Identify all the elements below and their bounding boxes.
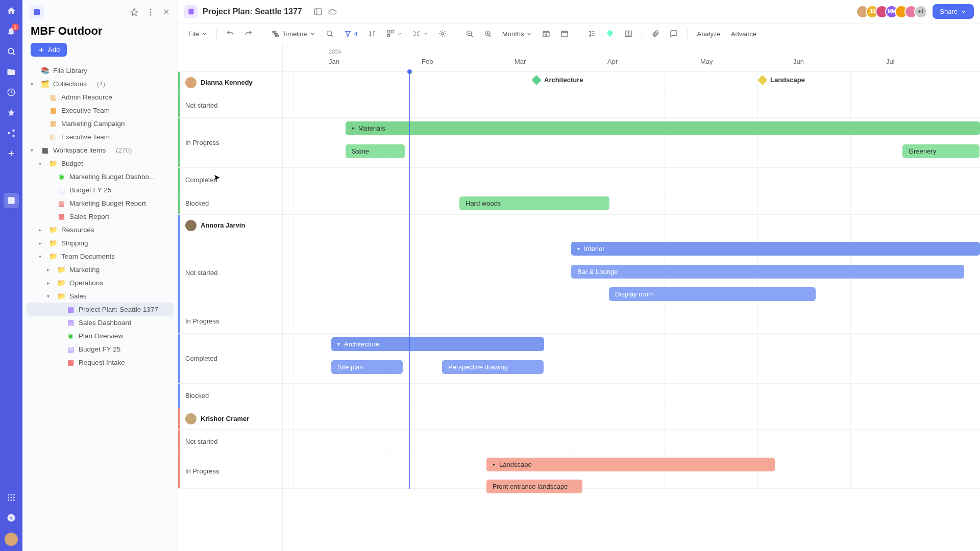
zoom-in-button[interactable] xyxy=(481,28,495,40)
add-button[interactable]: Add xyxy=(31,43,67,57)
star-outline-icon[interactable] xyxy=(130,8,139,17)
comment-button[interactable] xyxy=(667,28,681,40)
timeline-month: Jan xyxy=(329,58,339,65)
sidebar-item[interactable]: ▦Marketing Campaign xyxy=(27,117,174,130)
sidebar-collections[interactable]: ▾🗂️Collections (4) xyxy=(27,77,174,90)
view-mode-selector[interactable]: Timeline xyxy=(268,28,318,40)
user-avatar[interactable] xyxy=(5,533,18,546)
timeline-status-row[interactable]: Not started xyxy=(178,430,282,454)
search-button[interactable] xyxy=(323,28,337,40)
sidebar-item[interactable]: ▤Marketing Budget Report xyxy=(27,196,174,210)
sidebar-item[interactable]: ▤Budget FY 25 xyxy=(27,183,174,196)
timeline-status-row[interactable]: Completed xyxy=(178,168,282,192)
plus-icon[interactable] xyxy=(6,148,17,159)
sidebar-item[interactable]: ▤Request Intake xyxy=(27,356,174,369)
svg-point-13 xyxy=(11,499,12,501)
timeline-status-row[interactable]: Not started xyxy=(178,93,282,118)
sidebar-item-project-plan[interactable]: ▤Project Plan: Seattle 1377 xyxy=(27,303,174,316)
doc-icon: ▤ xyxy=(66,305,75,313)
sidebar-item[interactable]: ▤Sales Dashboard xyxy=(27,316,174,329)
settings-button[interactable] xyxy=(435,28,450,40)
attachment-button[interactable] xyxy=(648,28,663,40)
presence-avatars[interactable]: JSMM+1 xyxy=(860,5,927,18)
timeline-task-bar[interactable]: Site plan xyxy=(331,360,403,374)
sidebar-folder-budget[interactable]: ▾📁Budget xyxy=(27,157,174,170)
sidebar-item[interactable]: ◉Plan Overview xyxy=(27,329,174,342)
search-icon[interactable] xyxy=(6,46,17,57)
zoom-unit-selector[interactable]: Months xyxy=(499,28,535,40)
sidebar-item[interactable]: ▤Budget FY 25 xyxy=(27,342,174,356)
calendar-button[interactable] xyxy=(557,28,572,40)
help-icon[interactable]: ? xyxy=(6,512,17,523)
chevron-down-icon: ▾ xyxy=(577,246,580,252)
home-icon[interactable] xyxy=(6,5,17,16)
timeline-task-bar[interactable]: Perspective drawing xyxy=(442,360,544,374)
clock-icon[interactable] xyxy=(6,87,17,98)
timeline-task-bar[interactable]: Greenery xyxy=(902,144,979,158)
timeline-task-bar[interactable]: Bar & Lounge xyxy=(571,265,964,279)
sidebar-folder-team-documents[interactable]: ▾📁Team Documents xyxy=(27,249,174,263)
table-button[interactable] xyxy=(621,28,635,40)
timeline-status-row[interactable]: In Progress xyxy=(178,118,282,168)
timeline-status-row[interactable]: Completed xyxy=(178,334,282,384)
sidebar-workspace-items[interactable]: ▾▦Workspace items (270) xyxy=(27,143,174,157)
sidebar-item[interactable]: ▦Admin Resource xyxy=(27,90,174,104)
timeline-person-row[interactable]: Annora Jarvin xyxy=(178,215,282,236)
sidebar-folder-resources[interactable]: ▸📁Resources xyxy=(27,223,174,236)
timeline-status-row[interactable]: In Progress xyxy=(178,309,282,334)
diamond-icon xyxy=(757,75,768,85)
color-button[interactable] xyxy=(603,28,617,40)
workspace-logo[interactable] xyxy=(30,5,44,19)
bell-icon[interactable]: 2 xyxy=(6,26,17,37)
analyze-button[interactable]: Analyze xyxy=(694,28,723,40)
timeline-person-row[interactable]: Krishor Cramer xyxy=(178,408,282,430)
sidebar-item[interactable]: ▦Executive Team xyxy=(27,104,174,117)
timeline-task-bar[interactable]: Hard woods xyxy=(459,196,609,210)
redo-button[interactable] xyxy=(241,28,256,40)
sidebar-file-library[interactable]: 📚File Library xyxy=(27,64,174,77)
folder-icon[interactable] xyxy=(6,66,17,78)
sidebar-folder-shipping[interactable]: ▸📁Shipping xyxy=(27,236,174,249)
share-icon[interactable] xyxy=(6,128,17,139)
timeline-task-bar[interactable]: Front entrance landscape xyxy=(486,480,582,493)
row-height-button[interactable] xyxy=(584,28,599,40)
sidebar-folder-marketing[interactable]: ▸📁Marketing xyxy=(27,263,174,276)
today-button[interactable] xyxy=(539,28,553,40)
more-icon[interactable] xyxy=(146,8,155,17)
star-icon[interactable] xyxy=(6,107,17,118)
apps-icon[interactable] xyxy=(6,492,17,503)
sort-button[interactable] xyxy=(365,28,379,40)
timeline-task-bar[interactable]: Display room xyxy=(609,287,816,301)
timeline-task-bar[interactable]: Stone xyxy=(346,144,405,158)
sidebar-item[interactable]: ▤Sales Report xyxy=(27,210,174,223)
timeline-status-row[interactable]: Not started xyxy=(178,236,282,309)
group-button[interactable] xyxy=(383,28,405,40)
timeline-status-row[interactable]: Blocked xyxy=(178,384,282,408)
zoom-out-button[interactable] xyxy=(462,28,477,40)
milestone[interactable]: Landscape xyxy=(759,76,805,84)
tab-bar: Project Plan: Seattle 1377 JSMM+1 Share xyxy=(178,0,980,23)
timeline-group-bar[interactable]: ▾Materials xyxy=(346,121,980,135)
file-menu[interactable]: File xyxy=(185,28,210,40)
workspace-icon[interactable] xyxy=(4,193,19,208)
sidebar-item[interactable]: ◉Marketing Budget Dashbo... xyxy=(27,170,174,183)
timeline-group-bar[interactable]: ▾Architecture xyxy=(331,337,544,351)
timeline-person-row[interactable]: Dianna Kennedy xyxy=(178,72,282,93)
milestone[interactable]: Architecture xyxy=(533,76,583,84)
expand-button[interactable] xyxy=(409,28,431,40)
sidebar-folder-sales[interactable]: ▾📁Sales xyxy=(27,289,174,303)
sidebar-folder-operations[interactable]: ▸📁Operations xyxy=(27,276,174,289)
undo-button[interactable] xyxy=(223,28,237,40)
timeline-right-pane[interactable]: 2024JanFebMarAprMayJunJul ArchitectureLa… xyxy=(283,44,980,551)
cloud-icon[interactable] xyxy=(328,7,337,16)
sidebar-item[interactable]: ▦Executive Team xyxy=(27,130,174,143)
advance-button[interactable]: Advance xyxy=(728,28,760,40)
timeline-group-bar[interactable]: ▾Landscape xyxy=(486,458,775,471)
share-button[interactable]: Share xyxy=(933,4,974,19)
filter-button[interactable]: 4 xyxy=(341,28,361,40)
timeline-group-bar[interactable]: ▾Interior xyxy=(571,242,980,256)
timeline-status-row[interactable]: Blocked xyxy=(178,192,282,215)
timeline-status-row[interactable]: In Progress xyxy=(178,454,282,489)
panel-icon[interactable] xyxy=(313,7,323,16)
close-icon[interactable] xyxy=(162,8,170,17)
